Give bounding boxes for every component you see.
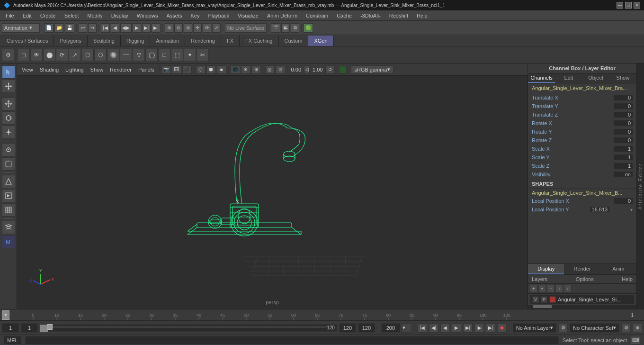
vp-menu-view[interactable]: View (19, 66, 36, 73)
tb-next-key[interactable]: ▶| (152, 23, 161, 33)
tab-rendering[interactable]: Rendering (185, 36, 221, 46)
gamma-dropdown[interactable]: sRGB gamma ▾ (351, 65, 393, 74)
menu-create[interactable]: Create (36, 12, 60, 19)
vp-xray-btn[interactable]: ⊡ (276, 65, 285, 74)
layers-tab-layers[interactable]: Layers (532, 276, 547, 282)
paint-select-btn[interactable]: ⊚ (184, 23, 192, 33)
play-speed-input[interactable] (381, 323, 400, 333)
vp-refresh-btn[interactable]: ↺ (325, 65, 335, 74)
new-btn[interactable]: 📄 (44, 23, 54, 33)
vp-menu-panels[interactable]: Panels (135, 66, 157, 73)
open-btn[interactable]: 📁 (54, 23, 64, 33)
menu-file[interactable]: File (2, 12, 18, 19)
shelf-icon-12[interactable]: □ (158, 49, 170, 61)
tab-curves-surfaces[interactable]: Curves / Surfaces (1, 36, 54, 46)
layer-new-btn[interactable]: + (530, 285, 537, 292)
menu-select[interactable]: Select (61, 12, 83, 19)
tab-animation[interactable]: Animation (150, 36, 185, 46)
tb-prev-key[interactable]: |◀ (101, 23, 110, 33)
mel-label[interactable]: MEL (4, 336, 21, 345)
tb-prev-frame[interactable]: ◀ (111, 23, 119, 33)
shelf-icon-3[interactable]: ⬤ (43, 49, 55, 61)
shelf-icon-10[interactable]: ▽ (133, 49, 145, 61)
shelf-icon-7[interactable]: ⬡ (94, 49, 107, 61)
title-bar-controls[interactable]: — □ ✕ (617, 2, 640, 9)
menu-windows[interactable]: Windows (133, 12, 162, 19)
char-set-dropdown[interactable]: No Character Set ▾ (570, 323, 619, 333)
layer-playback-toggle[interactable]: P (541, 296, 547, 303)
timeline-ruler[interactable]: 5 10 15 20 25 30 35 40 45 50 55 60 65 70… (19, 309, 620, 320)
timeline-area[interactable]: ▼ 5 10 15 20 25 30 35 40 45 50 55 60 65 … (0, 309, 644, 320)
pb-go-start[interactable]: |◀ (418, 323, 427, 333)
layer-up-btn[interactable]: ↑ (555, 285, 563, 292)
current-frame-input[interactable] (2, 323, 19, 333)
grid-toggle-tool[interactable] (2, 203, 15, 217)
char-set-extra-btn[interactable]: ⊕ (633, 324, 642, 332)
tab-fx-caching[interactable]: FX Caching (240, 36, 278, 46)
menu-anim-deform[interactable]: Anim Deform (263, 12, 301, 19)
dra-tab-render[interactable]: Render (564, 264, 600, 274)
show-render-btn[interactable]: 🟢 (304, 23, 313, 33)
vp-color-swatch[interactable] (339, 66, 347, 73)
render-tool[interactable] (2, 189, 15, 202)
shelf-icon-5[interactable]: ↗ (69, 49, 81, 61)
menu-constrain[interactable]: Constrain (302, 12, 332, 19)
tab-custom[interactable]: Custom (279, 36, 309, 46)
shelf-icon-2[interactable]: 👁 (30, 49, 43, 61)
snap-tool[interactable] (2, 143, 15, 156)
ch-tab-edit[interactable]: Edit (555, 73, 582, 83)
channel-box-scroll[interactable]: Angular_Single_Lever_Sink_Mixer_Bra... T… (528, 83, 636, 263)
render-btn[interactable]: 🎬 (271, 23, 280, 33)
vp-gate-btn[interactable]: ⬛ (182, 65, 192, 74)
menu-assets[interactable]: Assets (162, 12, 186, 19)
shelf-icon-11[interactable]: ◯ (145, 49, 158, 61)
tab-fx[interactable]: FX (221, 36, 240, 46)
move-tool-btn[interactable]: ✛ (193, 23, 202, 33)
select-tool-btn[interactable]: ⊕ (165, 23, 173, 33)
vp-camera-btn[interactable]: 📷 (161, 65, 171, 74)
scale-tool[interactable] (2, 126, 15, 139)
vp-isolate-btn[interactable]: ◎ (265, 65, 275, 74)
layers-tab-help[interactable]: Help (622, 276, 633, 282)
menu-modify[interactable]: Modify (83, 12, 106, 19)
save-btn[interactable]: 💾 (65, 23, 74, 33)
timeline-playhead[interactable]: ▼ (2, 310, 9, 320)
layer-visibility-toggle[interactable]: V (532, 296, 539, 303)
timeline-slider[interactable]: 120 (40, 324, 337, 332)
pb-next-key[interactable]: |▶ (474, 323, 484, 333)
close-btn[interactable]: ✕ (634, 2, 640, 9)
play-end-input[interactable] (358, 323, 375, 333)
transform-tool[interactable] (2, 80, 15, 93)
script-editor-btn[interactable]: ⌨ (631, 336, 640, 345)
vp-flat-btn[interactable]: ■ (217, 65, 226, 74)
tb-next-frame[interactable]: ▶| (142, 23, 151, 33)
tab-xgen[interactable]: XGen (308, 36, 333, 46)
render-settings-btn[interactable]: ⚙ (291, 23, 299, 33)
layer-dn-btn[interactable]: ↓ (564, 285, 572, 292)
layer-new2-btn[interactable]: + (538, 285, 546, 292)
maximize-btn[interactable]: □ (625, 2, 632, 9)
ch-tab-object[interactable]: Object (582, 73, 609, 83)
vp-shadow-btn[interactable]: 🌑 (231, 65, 240, 74)
vp-menu-lighting[interactable]: Lighting (63, 66, 87, 73)
shelf-icon-14[interactable]: ✦ (184, 49, 196, 61)
tb-play-back[interactable]: ◀▶ (120, 23, 132, 33)
shelf-icon-13[interactable]: ⬚ (171, 49, 183, 61)
maya-logo-tool[interactable]: M (2, 235, 15, 248)
menu-help[interactable]: Help (413, 12, 431, 19)
tab-sculpting[interactable]: Sculpting (88, 36, 121, 46)
layer-del-btn[interactable]: − (547, 285, 555, 292)
shelf-icon-1[interactable]: ◻ (18, 49, 30, 61)
pb-record[interactable]: ⏺ (497, 323, 507, 333)
vp-menu-renderer[interactable]: Renderer (107, 66, 134, 73)
menu-3dtoall[interactable]: -3DtoAll- (357, 12, 385, 19)
shelf-icon-4[interactable]: ⟳ (56, 49, 68, 61)
shelf-icon-9[interactable]: 〰 (120, 49, 132, 61)
tab-polygons[interactable]: Polygons (54, 36, 87, 46)
vp-wire-btn[interactable]: ⬡ (196, 65, 206, 74)
scale-tool-btn[interactable]: ⤢ (212, 23, 221, 33)
play-speed-arrow[interactable]: ▾ (402, 323, 411, 333)
range-end-input[interactable] (339, 323, 356, 333)
tab-rigging[interactable]: Rigging (121, 36, 150, 46)
rotate-tool-btn[interactable]: ⟳ (203, 23, 211, 33)
